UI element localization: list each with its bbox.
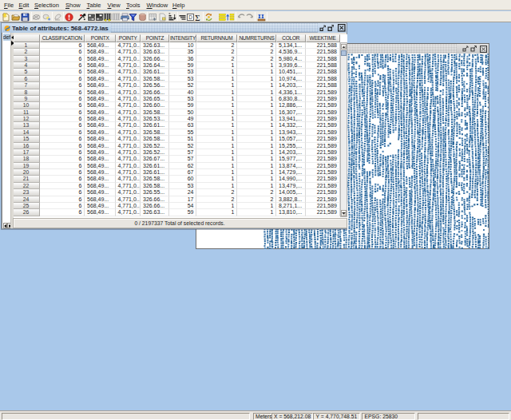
svg-text:D: D [188,14,192,20]
svg-text:Σ: Σ [195,13,200,22]
